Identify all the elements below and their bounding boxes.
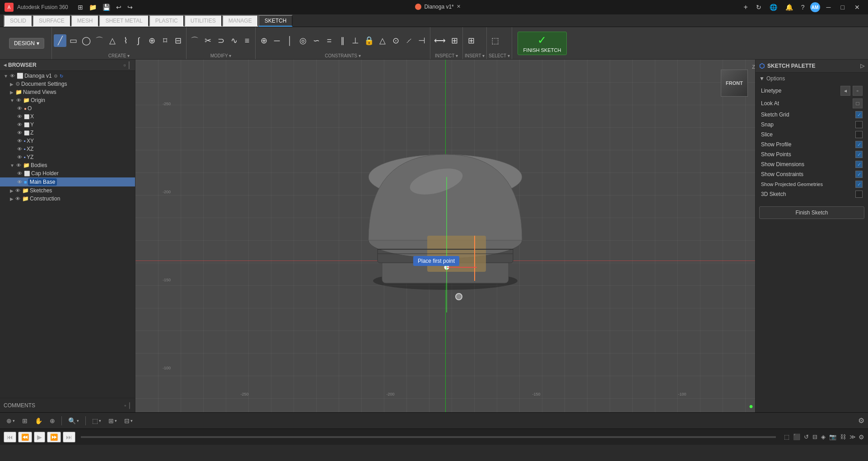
user-avatar[interactable]: AM [810,2,820,12]
trim-tool[interactable]: ✂ [201,34,214,47]
view-settings-tool[interactable]: ⊟ ▾ [121,416,135,426]
conic-tool[interactable]: ∫ [132,35,145,47]
toolbar-tab-plastic[interactable]: PLASTIC [149,15,184,27]
minimize-button[interactable]: ─ [823,2,835,12]
root-settings-icon[interactable]: ⚙ [54,74,58,79]
palette-finish-sketch-button[interactable]: Finish Sketch [759,206,864,219]
refresh-button[interactable]: ↻ [753,2,764,12]
redo-button[interactable]: ↪ [125,3,135,12]
options-section-header[interactable]: ▼ Options [759,75,864,82]
browser-pin-icon[interactable]: │ [127,61,131,69]
spline-tool[interactable]: ⌇ [119,34,132,47]
settings-gear-icon[interactable]: ⚙ [858,417,864,424]
viewcube-front[interactable]: FRONT [721,70,748,97]
measure-tool[interactable]: ⟷ [432,34,448,47]
tab-close-icon[interactable]: ✕ [457,4,461,9]
undo-button[interactable]: ↩ [114,3,124,12]
show-dimensions-checkbox[interactable] [855,161,863,168]
toolbar-tab-surface[interactable]: SURFACE [33,15,71,27]
viewbox-tool[interactable]: ⊞ [19,416,30,426]
line-tool[interactable]: ╱ [54,34,66,47]
snap-checkbox[interactable] [855,121,863,128]
vertical-constraint[interactable]: │ [284,35,296,47]
pan-tool[interactable]: ✋ [32,416,45,426]
browser-back-icon[interactable]: ◂ [4,62,6,68]
show-points-checkbox[interactable] [855,151,863,158]
linetype-prev-button[interactable]: ◂ [840,86,850,96]
tree-item-z[interactable]: 👁 ⬜ Z [0,129,135,137]
viewcube[interactable]: Z FRONT [719,64,751,96]
anim-explode-tool[interactable]: ◈ [820,433,826,441]
toolbar-tab-mesh[interactable]: MESH [71,15,99,27]
toolbar-tab-manage[interactable]: MANAGE [222,15,258,27]
anim-next-button[interactable]: ⏩ [47,432,61,442]
polygon-tool[interactable]: △ [106,34,119,47]
coincident-constraint[interactable]: ◎ [297,34,309,47]
circle-tool[interactable]: ◯ [80,34,93,47]
anim-first-button[interactable]: ⏮ [4,432,16,442]
tangent-constraint[interactable]: ∽ [310,34,322,47]
ellipse-tool[interactable]: ⊕ [145,34,158,47]
lock-constraint[interactable]: 🔒 [362,34,376,47]
offset-curve-tool[interactable]: ≡ [241,35,253,47]
z-eye-icon[interactable]: 👁 [17,130,22,135]
xy-eye-icon[interactable]: 👁 [17,138,22,144]
anim-rotate-tool[interactable]: ↺ [803,433,810,441]
design-dropdown-button[interactable]: DESIGN ▾ [9,38,44,49]
slice-checkbox[interactable] [855,131,863,138]
insert-tool[interactable]: ⊞ [465,34,477,47]
yz-eye-icon[interactable]: 👁 [17,154,22,160]
y-eye-icon[interactable]: 👁 [17,122,22,127]
slot-tool[interactable]: ⌑ [159,34,171,47]
browser-collapse-icon[interactable]: ▫ [123,61,126,69]
bodies-eye-icon[interactable]: 👁 [16,163,21,168]
root-sync-icon[interactable]: ↻ [60,74,63,79]
main-base-eye-icon[interactable]: 👁 [17,179,22,185]
finish-sketch-button[interactable]: ✓ FINISH SKETCH [518,32,567,55]
viewport[interactable]: -250 -200 -150 -100 -250 -200 -150 -100 [135,60,755,412]
x-eye-icon[interactable]: 👁 [17,114,22,119]
open-button[interactable]: 📁 [87,3,99,12]
palette-expand-icon[interactable]: ▷ [860,63,864,69]
anim-mirror-tool[interactable]: ⊟ [812,433,818,441]
horizontal-constraint[interactable]: ─ [271,35,283,47]
close-button[interactable]: ✕ [851,2,863,12]
anim-select-tool[interactable]: ⬚ [783,433,790,441]
anim-prev-button[interactable]: ⏪ [18,432,32,442]
rect-tool[interactable]: ▭ [67,34,79,47]
perpendicular-constraint[interactable]: ⊥ [349,34,362,47]
tree-item-named-views[interactable]: ▶ 📁 Named Views [0,88,135,96]
fix-constraint[interactable]: ⊕ [257,34,270,47]
root-eye-icon[interactable]: 👁 [10,73,15,79]
tree-item-x[interactable]: 👁 ⬜ X [0,112,135,121]
tree-item-xy[interactable]: 👁 ▪ XY [0,137,135,145]
tree-item-origin[interactable]: ▼ 👁 📁 Origin [0,96,135,104]
midpoint-constraint[interactable]: ⊣ [415,34,428,47]
notification-button[interactable]: 🔔 [783,2,796,12]
arc-tool[interactable]: ⌒ [93,34,106,47]
xz-eye-icon[interactable]: 👁 [17,146,22,152]
sketch-grid-checkbox[interactable] [855,111,863,118]
anim-extra-tool[interactable]: ≫ [849,433,857,441]
help-button[interactable]: ? [798,2,807,12]
comments-expand-icon[interactable]: ▫ [124,402,126,409]
tree-item-y[interactable]: 👁 ⬜ Y [0,121,135,129]
sketch-dimension-tool[interactable]: ⊞ [448,34,461,47]
select-tool[interactable]: ⬚ [489,34,501,47]
show-constraints-checkbox[interactable] [855,171,863,178]
anim-play-button[interactable]: ▶ [34,432,45,442]
tree-item-o[interactable]: 👁 ● O [0,104,135,112]
origin-eye-icon[interactable]: 👁 [16,98,21,103]
browser-button[interactable]: 🌐 [767,2,780,12]
collinear-constraint[interactable]: ⟋ [402,35,415,47]
tab-add-button[interactable]: + [741,2,750,12]
grid-settings-tool[interactable]: ⊞ ▾ [106,416,120,426]
tree-item-root[interactable]: ▼ 👁 ⬜ Dianoga v1 ⚙ ↻ [0,72,135,80]
anim-settings-icon[interactable]: ⚙ [859,433,864,441]
toolbar-tab-solid[interactable]: SOLID [4,15,33,27]
tree-item-doc-settings[interactable]: ▶ ⚙ Document Settings [0,80,135,88]
construction-line-tool[interactable]: ⊟ [172,34,184,47]
zoom-fit-tool[interactable]: ⊕ [47,416,58,426]
maximize-button[interactable]: □ [837,2,848,12]
equal-constraint[interactable]: = [323,35,336,47]
